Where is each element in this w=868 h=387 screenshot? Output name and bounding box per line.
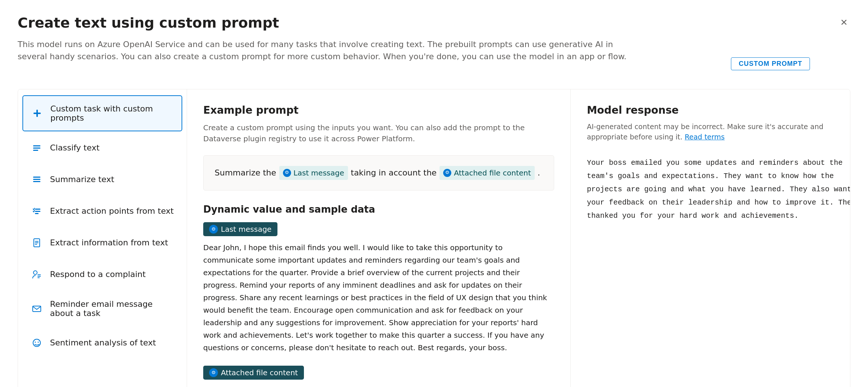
email-icon <box>30 302 43 315</box>
dynamic-badge-attached-file[interactable]: ⚙ Attached file content <box>203 366 304 380</box>
dialog-description: This model runs on Azure OpenAI Service … <box>18 38 642 63</box>
sidebar-item-summarize-text[interactable]: Summarize text <box>22 164 182 195</box>
svg-point-21 <box>35 341 36 342</box>
svg-rect-8 <box>35 209 40 210</box>
sidebar-item-custom-task[interactable]: Custom task with custom prompts <box>22 95 182 131</box>
svg-rect-9 <box>35 211 40 212</box>
sidebar-item-extract-action[interactable]: Extract action points from text <box>22 196 182 226</box>
description-row: This model runs on Azure OpenAI Service … <box>18 38 850 76</box>
svg-rect-12 <box>35 241 39 242</box>
dynamic-value-section: Dynamic value and sample data ⚙ Last mes… <box>203 204 554 387</box>
sidebar-item-label-summarize: Summarize text <box>50 175 114 184</box>
sidebar-item-label-sentiment: Sentiment analysis of text <box>50 338 156 347</box>
dialog-title: Create text using custom prompt <box>18 15 279 32</box>
prompt-text-middle: taking in account the <box>351 166 437 179</box>
person-lines-icon <box>30 268 43 281</box>
sidebar-item-label-reminder-email: Reminder email message about a task <box>50 299 175 318</box>
lines-icon <box>30 173 43 186</box>
dynamic-badge-last-message[interactable]: ⚙ Last message <box>203 222 277 236</box>
prompt-box: Summarize the ⚙ Last message taking in a… <box>203 155 554 191</box>
prompt-tag-icon-1: ⚙ <box>283 169 291 177</box>
right-panel: Model response AI-generated content may … <box>571 89 850 387</box>
sidebar-item-extract-info[interactable]: Extract information from text <box>22 228 182 258</box>
list-icon <box>30 141 43 155</box>
close-button[interactable]: × <box>837 15 850 29</box>
model-response-text: Your boss emailed you some updates and r… <box>587 153 834 226</box>
dynamic-badge-icon-2: ⚙ <box>209 368 218 377</box>
dynamic-badge-label-1: Last message <box>221 225 272 234</box>
list-check-icon <box>30 205 43 218</box>
svg-rect-18 <box>37 277 40 278</box>
dynamic-text-1: Dear John, I hope this email finds you w… <box>203 241 554 354</box>
sidebar-item-label-extract-action: Extract action points from text <box>50 206 174 216</box>
prompt-tag-label-2: Attached file content <box>454 167 531 179</box>
sidebar-item-label-extract-info: Extract information from text <box>50 238 168 247</box>
sidebar-item-sentiment[interactable]: Sentiment analysis of text <box>22 328 182 358</box>
dynamic-section-title: Dynamic value and sample data <box>203 204 554 215</box>
svg-rect-7 <box>33 181 40 182</box>
sidebar-item-classify-text[interactable]: Classify text <box>22 133 182 163</box>
svg-rect-10 <box>35 213 39 214</box>
prompt-text-before: Summarize the <box>215 166 276 179</box>
dynamic-badge-icon-1: ⚙ <box>209 225 218 234</box>
svg-rect-4 <box>33 150 38 151</box>
middle-panel-subtitle: Create a custom prompt using the inputs … <box>203 122 554 144</box>
middle-panel: Example prompt Create a custom prompt us… <box>187 89 571 387</box>
dynamic-badge-label-2: Attached file content <box>221 368 298 377</box>
doc-lines-icon <box>30 236 43 249</box>
svg-rect-5 <box>33 177 40 178</box>
middle-panel-title: Example prompt <box>203 104 554 116</box>
main-content: Custom task with custom prompts Classify… <box>18 89 850 387</box>
sidebar: Custom task with custom prompts Classify… <box>18 89 187 387</box>
svg-rect-14 <box>35 244 37 245</box>
sidebar-item-label-custom-task: Custom task with custom prompts <box>50 104 174 123</box>
svg-rect-3 <box>33 148 40 149</box>
dynamic-text-2: Please find attached a small file contai… <box>203 385 554 387</box>
prompt-tag-attached-file[interactable]: ⚙ Attached file content <box>440 166 535 180</box>
prompt-tag-icon-2: ⚙ <box>443 169 451 177</box>
svg-rect-16 <box>37 274 41 275</box>
svg-rect-2 <box>33 145 40 146</box>
sidebar-item-label-respond-complaint: Respond to a complaint <box>50 270 146 279</box>
prompt-tag-last-message[interactable]: ⚙ Last message <box>279 166 348 180</box>
prompt-tag-label-1: Last message <box>294 167 344 179</box>
svg-point-15 <box>33 271 37 274</box>
read-terms-link[interactable]: Read terms <box>685 133 725 141</box>
svg-rect-1 <box>33 113 41 114</box>
sidebar-item-label-classify: Classify text <box>50 143 100 152</box>
right-panel-title: Model response <box>587 104 834 116</box>
dialog-header: Create text using custom prompt × <box>18 15 850 32</box>
dialog: Create text using custom prompt × This m… <box>0 0 868 387</box>
sidebar-item-reminder-email[interactable]: Reminder email message about a task <box>22 291 182 326</box>
prompt-text-after: . <box>538 166 540 179</box>
smile-icon <box>30 336 43 349</box>
svg-rect-6 <box>33 179 40 180</box>
svg-point-20 <box>33 339 40 347</box>
custom-prompt-badge[interactable]: CUSTOM PROMPT <box>731 57 810 70</box>
sidebar-item-respond-complaint[interactable]: Respond to a complaint <box>22 259 182 290</box>
svg-rect-17 <box>37 276 41 277</box>
plus-icon <box>31 107 44 120</box>
right-panel-subtitle: AI-generated content may be incorrect. M… <box>587 121 834 142</box>
svg-rect-13 <box>35 242 39 243</box>
svg-point-22 <box>38 341 39 342</box>
